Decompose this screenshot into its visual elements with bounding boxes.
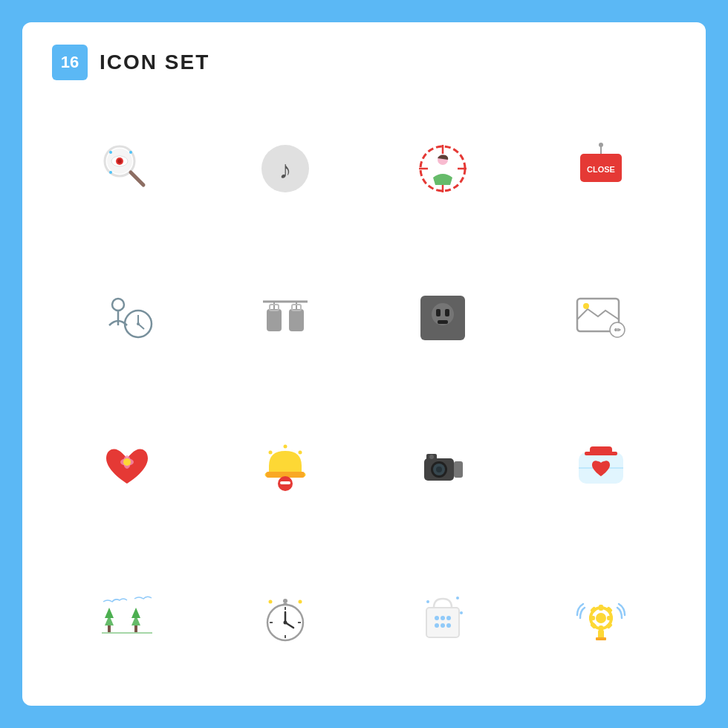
svg-point-72 [268,599,272,603]
hanging-bags-icon [210,250,361,385]
icon-grid: ♪ [52,101,676,683]
svg-point-92 [446,623,451,628]
svg-text:CLOSE: CLOSE [587,165,615,174]
svg-point-87 [435,616,439,620]
svg-point-84 [456,597,459,599]
svg-point-47 [298,450,302,454]
smart-gear-icon [526,549,677,683]
shopping-bag-icon [368,549,519,683]
svg-text:✏: ✏ [614,325,621,334]
svg-rect-32 [289,309,304,331]
svg-point-26 [137,322,140,325]
svg-point-89 [446,616,451,620]
svg-point-83 [426,600,429,603]
svg-rect-37 [445,309,449,316]
svg-point-7 [129,151,132,154]
svg-point-82 [283,599,287,603]
svg-rect-36 [436,309,441,316]
header-badge: 16 [52,45,88,80]
svg-point-94 [596,613,606,623]
svg-rect-59 [454,461,463,478]
svg-point-8 [109,171,112,174]
svg-point-91 [441,623,445,628]
svg-rect-95 [599,605,603,611]
svg-line-5 [131,172,143,185]
svg-point-58 [436,467,442,472]
svg-marker-69 [131,608,140,618]
power-outlet-icon [368,250,519,385]
wall-clock-icon [210,549,361,683]
svg-rect-67 [108,625,111,633]
svg-point-81 [283,620,287,624]
svg-point-45 [123,458,131,466]
svg-point-90 [435,623,439,628]
love-pillow-icon [526,400,677,534]
header-title: ICON SET [100,51,209,74]
svg-point-60 [429,455,434,459]
music-note-icon: ♪ [210,101,361,235]
search-eye-icon [52,101,203,235]
close-sign-icon: CLOSE [526,101,677,235]
heart-flower-icon [52,400,203,534]
remove-helmet-icon [210,400,361,534]
svg-point-46 [268,450,272,454]
svg-point-21 [112,299,124,311]
svg-point-85 [460,611,463,614]
svg-rect-104 [596,637,606,640]
svg-point-6 [109,151,112,154]
svg-rect-64 [585,452,617,455]
target-person-icon [368,101,519,235]
svg-point-50 [283,444,287,448]
svg-marker-66 [105,608,114,618]
svg-point-18 [599,143,603,147]
action-camera-icon [368,400,519,534]
svg-point-40 [583,303,589,309]
svg-rect-98 [607,616,613,620]
header: 16 ICON SET [52,45,676,80]
svg-rect-100 [605,606,613,614]
main-card: 16 ICON SET [22,22,706,706]
svg-rect-29 [267,309,282,331]
svg-text:♪: ♪ [279,155,291,183]
svg-rect-53 [280,481,290,484]
svg-point-88 [441,616,445,620]
trees-icon [52,549,203,683]
svg-rect-70 [134,625,137,633]
svg-point-73 [298,599,302,603]
svg-rect-86 [426,608,459,637]
svg-rect-97 [589,616,595,620]
svg-rect-38 [438,320,448,324]
edit-image-icon: ✏ [526,250,677,385]
svg-point-4 [117,159,122,163]
person-clock-icon [52,250,203,385]
